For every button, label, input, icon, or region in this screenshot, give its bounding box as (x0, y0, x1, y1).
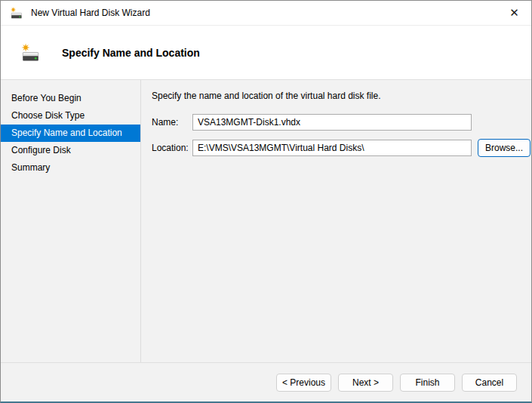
wizard-body: Before You Begin Choose Disk Type Specif… (1, 80, 531, 362)
name-row: Name: (152, 114, 530, 131)
name-label: Name: (152, 117, 192, 128)
location-label: Location: (152, 143, 192, 153)
page-description: Specify the name and location of the vir… (152, 91, 530, 101)
new-virtual-hard-disk-wizard-window: New Virtual Hard Disk Wizard ✕ Specify N… (0, 0, 532, 403)
sidebar-item-summary[interactable]: Summary (1, 159, 140, 177)
cancel-button[interactable]: Cancel (462, 374, 517, 392)
previous-button[interactable]: < Previous (276, 374, 331, 392)
wizard-header: Specify Name and Location (1, 26, 531, 80)
close-icon[interactable]: ✕ (497, 1, 531, 26)
page-title: Specify Name and Location (62, 47, 200, 59)
sidebar-item-configure-disk[interactable]: Configure Disk (1, 142, 140, 159)
new-vhd-disk-icon-large (20, 43, 40, 63)
location-input[interactable] (192, 140, 472, 156)
title-bar: New Virtual Hard Disk Wizard ✕ (1, 1, 531, 26)
sidebar-item-before-you-begin[interactable]: Before You Begin (1, 90, 140, 107)
location-row: Location: Browse... (152, 139, 530, 157)
wizard-steps-sidebar: Before You Begin Choose Disk Type Specif… (1, 80, 141, 362)
browse-button[interactable]: Browse... (478, 139, 530, 157)
wizard-content: Specify the name and location of the vir… (141, 80, 532, 362)
sidebar-item-specify-name-and-location[interactable]: Specify Name and Location (1, 125, 140, 142)
new-vhd-disk-icon (10, 7, 23, 20)
window-title: New Virtual Hard Disk Wizard (31, 8, 150, 18)
finish-button[interactable]: Finish (400, 374, 455, 392)
wizard-footer: < Previous Next > Finish Cancel (1, 362, 531, 401)
sidebar-item-choose-disk-type[interactable]: Choose Disk Type (1, 107, 140, 125)
name-input[interactable] (192, 114, 472, 131)
next-button[interactable]: Next > (338, 374, 393, 392)
